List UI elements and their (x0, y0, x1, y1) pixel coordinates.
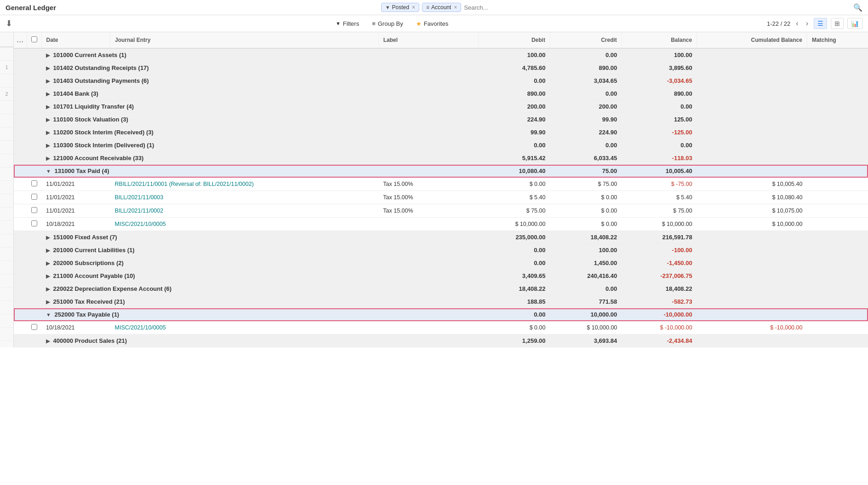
group-row[interactable]: ▶ 110300 Stock Interim (Delivered) (1) 0… (14, 139, 868, 152)
group-row[interactable]: ▶ 201000 Current Liabilities (1) 0.00 10… (14, 244, 868, 257)
detail-journal-entry[interactable]: BILL/2021/11/0002 (110, 204, 379, 218)
list-view-button[interactable]: ☰ (814, 18, 827, 29)
collapse-icon[interactable]: ▼ (46, 168, 51, 174)
row-checkbox-cell[interactable] (27, 191, 41, 204)
group-row[interactable]: ▶ 211000 Account Payable (10) 3,409.65 2… (14, 270, 868, 283)
col-date[interactable]: Date (41, 32, 110, 48)
group-label[interactable]: ▼ 252000 Tax Payable (1) (41, 308, 479, 321)
group-label[interactable]: ▼ 131000 Tax Paid (4) (41, 165, 479, 178)
expand-icon[interactable]: ▶ (46, 286, 50, 292)
row-checkbox[interactable] (31, 324, 37, 330)
search-input[interactable] (464, 4, 528, 11)
group-row[interactable]: ▶ 101701 Liquidity Transfer (4) 200.00 2… (14, 100, 868, 113)
row-checkbox[interactable] (31, 194, 37, 200)
group-row[interactable]: ▶ 101403 Outstanding Payments (6) 0.00 3… (14, 75, 868, 87)
group-label[interactable]: ▶ 220022 Depreciation Expense Account (6… (41, 283, 479, 295)
col-matching[interactable]: Matching (807, 32, 868, 48)
col-cumulated-balance[interactable]: Cumulated Balance (697, 32, 807, 48)
group-row[interactable]: ▶ 110100 Stock Valuation (3) 224.90 99.9… (14, 113, 868, 126)
expand-icon[interactable]: ▶ (46, 104, 50, 110)
grid-view-button[interactable]: ⊞ (831, 18, 844, 29)
detail-journal-entry[interactable]: MISC/2021/10/0005 (110, 218, 379, 231)
col-debit[interactable]: Debit (479, 32, 550, 48)
group-label[interactable]: ▶ 101404 Bank (3) (41, 87, 479, 100)
expand-icon[interactable]: ▶ (46, 338, 50, 344)
filter-tag-account[interactable]: ≡ Account × (422, 3, 461, 12)
col-label[interactable]: Label (378, 32, 478, 48)
expand-icon[interactable]: ▶ (46, 235, 50, 240)
group-label[interactable]: ▶ 110100 Stock Valuation (3) (41, 113, 479, 126)
group-matching (807, 48, 868, 62)
row-checkbox[interactable] (31, 180, 37, 186)
group-label[interactable]: ▶ 101000 Current Assets (1) (41, 48, 479, 62)
expand-icon[interactable]: ▶ (46, 52, 50, 58)
detail-row[interactable]: 11/01/2021 RBILL/2021/11/0001 (Reversal … (14, 178, 868, 191)
expand-icon[interactable]: ▶ (46, 260, 50, 266)
expand-icon[interactable]: ▶ (46, 91, 50, 97)
filter-tag-posted[interactable]: ▼ Posted × (381, 3, 419, 12)
detail-journal-entry[interactable]: MISC/2021/10/0005 (110, 321, 379, 335)
detail-row[interactable]: 10/18/2021 MISC/2021/10/0005 $ 0.00 $ 10… (14, 321, 868, 335)
expand-icon[interactable]: ▶ (46, 117, 50, 122)
select-all-checkbox[interactable] (31, 36, 37, 42)
row-checkbox[interactable] (31, 220, 37, 226)
expand-icon[interactable]: ▶ (46, 273, 50, 279)
group-label[interactable]: ▶ 202000 Subscriptions (2) (41, 257, 479, 270)
group-row[interactable]: ▼ 131000 Tax Paid (4) 10,080.40 75.00 10… (14, 165, 868, 178)
detail-journal-entry[interactable]: BILL/2021/11/0003 (110, 191, 379, 204)
detail-row[interactable]: 11/01/2021 BILL/2021/11/0002 Tax 15.00% … (14, 204, 868, 218)
row-checkbox-cell[interactable] (27, 321, 41, 335)
chart-view-button[interactable]: 📊 (847, 18, 862, 29)
row-checkbox-cell[interactable] (27, 204, 41, 218)
group-row[interactable]: ▶ 400000 Product Sales (21) 1,259.00 3,6… (14, 335, 868, 347)
group-label[interactable]: ▶ 201000 Current Liabilities (1) (41, 244, 479, 257)
group-label[interactable]: ▶ 110200 Stock Interim (Received) (3) (41, 126, 479, 139)
col-credit[interactable]: Credit (550, 32, 622, 48)
expand-icon[interactable]: ▶ (46, 299, 50, 305)
row-checkbox-cell[interactable] (27, 218, 41, 231)
group-row[interactable]: ▶ 151000 Fixed Asset (7) 235,000.00 18,4… (14, 231, 868, 244)
row-checkbox[interactable] (31, 207, 37, 213)
group-row[interactable]: ▼ 252000 Tax Payable (1) 0.00 10,000.00 … (14, 308, 868, 321)
group-row[interactable]: ▶ 101402 Outstanding Receipts (17) 4,785… (14, 62, 868, 75)
expand-icon[interactable]: ▶ (46, 143, 50, 148)
group-label[interactable]: ▶ 121000 Account Receivable (33) (41, 152, 479, 165)
detail-row[interactable]: 10/18/2021 MISC/2021/10/0005 $ 10,000.00… (14, 218, 868, 231)
group-label[interactable]: ▶ 400000 Product Sales (21) (41, 335, 479, 347)
group-row[interactable]: ▶ 220022 Depreciation Expense Account (6… (14, 283, 868, 295)
group-by-button[interactable]: ≡ Group By (365, 18, 410, 29)
group-row[interactable]: ▶ 202000 Subscriptions (2) 0.00 1,450.00… (14, 257, 868, 270)
posted-close-icon[interactable]: × (412, 4, 415, 11)
expand-icon[interactable]: ▶ (46, 65, 50, 71)
col-balance[interactable]: Balance (622, 32, 697, 48)
search-icon[interactable]: 🔍 (853, 3, 862, 12)
account-close-icon[interactable]: × (454, 4, 457, 11)
expand-icon[interactable]: ▶ (46, 130, 50, 135)
group-label[interactable]: ▶ 101402 Outstanding Receipts (17) (41, 62, 479, 75)
expand-icon[interactable]: ▶ (46, 156, 50, 161)
group-row[interactable]: ▶ 121000 Account Receivable (33) 5,915.4… (14, 152, 868, 165)
col-checkbox[interactable] (27, 32, 41, 48)
group-row[interactable]: ▶ 101404 Bank (3) 890.00 0.00 890.00 (14, 87, 868, 100)
expand-icon[interactable]: ▶ (46, 78, 50, 84)
export-button[interactable]: ⬇ (6, 17, 17, 29)
group-label[interactable]: ▶ 101403 Outstanding Payments (6) (41, 75, 479, 87)
group-label[interactable]: ▶ 101701 Liquidity Transfer (4) (41, 100, 479, 113)
filters-button[interactable]: ▼ Filters (329, 18, 365, 29)
col-journal-entry[interactable]: Journal Entry (110, 32, 379, 48)
group-label[interactable]: ▶ 110300 Stock Interim (Delivered) (1) (41, 139, 479, 152)
group-label[interactable]: ▶ 151000 Fixed Asset (7) (41, 231, 479, 244)
next-page-button[interactable]: › (804, 18, 810, 29)
favorites-button[interactable]: ★ Favorites (410, 18, 455, 29)
row-checkbox-cell[interactable] (27, 178, 41, 191)
group-row[interactable]: ▶ 251000 Tax Received (21) 188.85 771.58… (14, 295, 868, 308)
detail-journal-entry[interactable]: RBILL/2021/11/0001 (Reversal of: BILL/20… (110, 178, 379, 191)
expand-icon[interactable]: ▶ (46, 248, 50, 253)
collapse-icon[interactable]: ▼ (46, 312, 51, 318)
group-row[interactable]: ▶ 101000 Current Assets (1) 100.00 0.00 … (14, 48, 868, 62)
prev-page-button[interactable]: ‹ (794, 18, 800, 29)
detail-row[interactable]: 11/01/2021 BILL/2021/11/0003 Tax 15.00% … (14, 191, 868, 204)
group-label[interactable]: ▶ 251000 Tax Received (21) (41, 295, 479, 308)
group-label[interactable]: ▶ 211000 Account Payable (10) (41, 270, 479, 283)
group-row[interactable]: ▶ 110200 Stock Interim (Received) (3) 99… (14, 126, 868, 139)
